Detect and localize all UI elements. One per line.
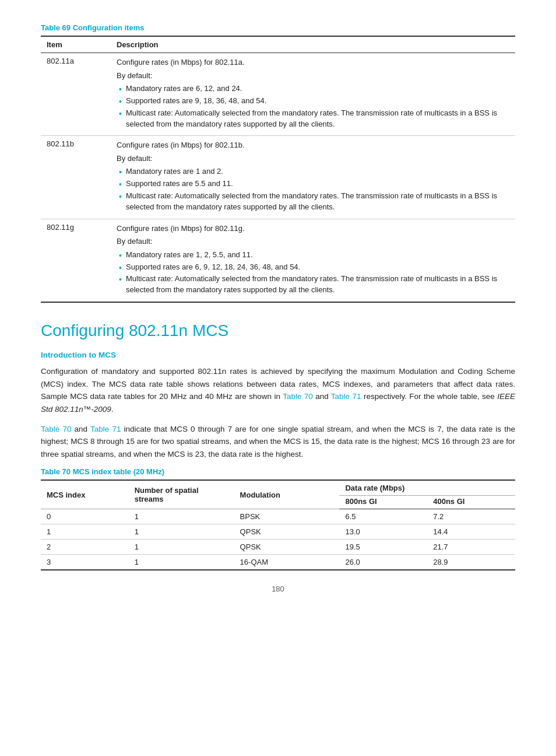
table70-cell-mcs: 2 — [41, 540, 129, 555]
table69-desc: Configure rates (in Mbps) for 802.11a.By… — [111, 53, 515, 136]
page-number: 180 — [41, 584, 515, 593]
table69-header-item: Item — [41, 36, 111, 53]
table-row: 3116-QAM26.028.9 — [41, 555, 515, 570]
table70-header-spatial: Number of spatial streams — [129, 480, 234, 509]
table70-cell-gi400: 21.7 — [427, 540, 515, 555]
table70-cell-mcs: 1 — [41, 524, 129, 540]
table70-cell-gi800: 26.0 — [339, 555, 427, 570]
table70-cell-mcs: 3 — [41, 555, 129, 570]
table69-desc: Configure rates (in Mbps) for 802.11b.By… — [111, 136, 515, 219]
table70-cell-mod: QPSK — [234, 540, 340, 555]
table69-desc: Configure rates (in Mbps) for 802.11g.By… — [111, 219, 515, 302]
table69: Item Description 802.11aConfigure rates … — [41, 36, 515, 303]
ref-table71-p1[interactable]: Table 71 — [331, 392, 361, 401]
para1-mid: and — [315, 392, 331, 401]
table70-cell-spatial: 1 — [129, 540, 234, 555]
table70-cell-mod: QPSK — [234, 524, 340, 540]
intro-para1: Configuration of mandatory and supported… — [41, 365, 515, 415]
table70-cell-mcs: 0 — [41, 509, 129, 524]
list-item: Multicast rate: Automatically selected f… — [117, 274, 509, 296]
table70-caption: Table 70 MCS index table (20 MHz) — [41, 467, 515, 476]
table70: MCS index Number of spatial streams Modu… — [41, 480, 515, 570]
table70-header-800: 800ns GI — [339, 496, 427, 509]
table70-cell-gi800: 19.5 — [339, 540, 427, 555]
list-item: Supported rates are 6, 9, 12, 18, 24, 36… — [117, 262, 509, 273]
table70-cell-spatial: 1 — [129, 509, 234, 524]
list-item: Mandatory rates are 1, 2, 5.5, and 11. — [117, 250, 509, 261]
list-item: Multicast rate: Automatically selected f… — [117, 191, 509, 213]
table-row: 21QPSK19.521.7 — [41, 540, 515, 555]
table-row: 11QPSK13.014.4 — [41, 524, 515, 540]
table69-item: 802.11a — [41, 53, 111, 136]
list-item: Supported rates are 9, 18, 36, 48, and 5… — [117, 96, 509, 107]
table70-cell-mod: 16-QAM — [234, 555, 340, 570]
table70-header-mod: Modulation — [234, 480, 340, 509]
subsection-heading: Introduction to MCS — [41, 351, 515, 359]
section-heading: Configuring 802.11n MCS — [41, 321, 515, 340]
list-item: Mandatory rates are 6, 12, and 24. — [117, 83, 509, 94]
table70-cell-mod: BPSK — [234, 509, 340, 524]
table70-cell-gi400: 14.4 — [427, 524, 515, 540]
list-item: Supported rates are 5.5 and 11. — [117, 178, 509, 190]
intro-para2: Table 70 and Table 71 indicate that MCS … — [41, 423, 515, 461]
table70-header-datarate: Data rate (Mbps) — [339, 480, 515, 496]
table70-cell-gi400: 7.2 — [427, 509, 515, 524]
table70-header-400: 400ns GI — [427, 496, 515, 509]
table69-item: 802.11b — [41, 136, 111, 219]
ref-table70-p2[interactable]: Table 70 — [41, 425, 71, 433]
table70-cell-gi400: 28.9 — [427, 555, 515, 570]
table70-cell-gi800: 6.5 — [339, 509, 427, 524]
table70-cell-spatial: 1 — [129, 555, 234, 570]
para2-and: and — [75, 425, 90, 433]
ref-table70-p1[interactable]: Table 70 — [283, 392, 313, 401]
list-item: Multicast rate: Automatically selected f… — [117, 108, 509, 130]
ref-table71-p2[interactable]: Table 71 — [90, 425, 121, 433]
table70-header-mcs: MCS index — [41, 480, 129, 509]
table70-cell-gi800: 13.0 — [339, 524, 427, 540]
table70-cell-spatial: 1 — [129, 524, 234, 540]
table69-item: 802.11g — [41, 219, 111, 302]
table69-caption: Table 69 Configuration items — [41, 23, 515, 32]
list-item: Mandatory rates are 1 and 2. — [117, 166, 509, 177]
table69-header-desc: Description — [111, 36, 515, 53]
table-row: 01BPSK6.57.2 — [41, 509, 515, 524]
